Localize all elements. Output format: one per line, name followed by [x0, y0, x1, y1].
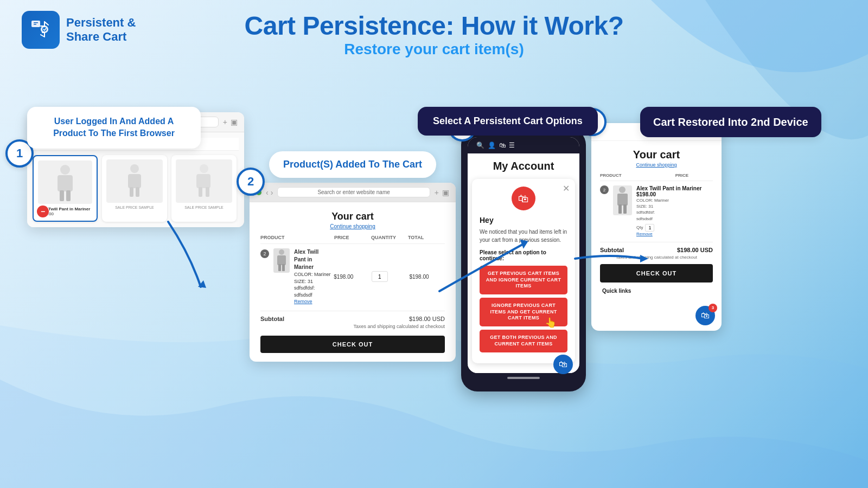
phone-status-bar: 🔍 👤 🛍 ☰ [468, 137, 579, 153]
phone-title: My Account [468, 153, 579, 177]
cart2-remove-link[interactable]: Remove [636, 232, 713, 236]
cart2-header: PRODUCT PRICE [600, 173, 713, 181]
cart-url-bar[interactable]: Search or enter website name [277, 187, 430, 197]
modal-btn-3[interactable]: GET BOTH PREVIOUS AND CURRENT CART ITEMS [480, 330, 567, 352]
product-card-3: SALE PRICE SAMPLE [171, 155, 237, 222]
cursor-icon: 👆 [545, 317, 557, 329]
cart2-product-info: Alex Twill Pant in Mariner $198.00 COLOR… [636, 185, 713, 236]
modal-btn-2[interactable]: IGNORE PREVIOUS CART ITEMS AND GET CURRE… [480, 298, 567, 326]
product-image-3 [176, 159, 232, 203]
cart-product-img-1 [273, 248, 290, 273]
product-card-2: SALE PRICE SAMPLE [102, 155, 167, 222]
cart2-qty-badge: 2 [600, 185, 609, 194]
cart-product-details-1: Alex Twill Pant in Mariner COLOR: Marine… [294, 248, 331, 305]
page-title: Cart Persistence: How it Work? [245, 11, 624, 41]
phone-nav-icons: 🔍 👤 🛍 ☰ [476, 142, 515, 149]
svg-point-13 [200, 164, 208, 173]
svg-point-4 [42, 27, 47, 31]
svg-rect-11 [130, 187, 133, 197]
svg-rect-1 [34, 22, 38, 23]
modal-close-button[interactable]: ✕ [563, 183, 570, 194]
step4-container: 4 🔍 👤 🛍 1 ☰ [591, 123, 722, 331]
cart-product-info-1: 2 Alex Tw [260, 248, 331, 305]
menu-icon[interactable]: ☰ [509, 142, 515, 149]
svg-point-9 [130, 164, 139, 173]
cart-body-1: Your cart Continue shopping PRODUCT PRIC… [250, 202, 456, 362]
svg-rect-14 [196, 174, 210, 188]
logo-area: Persistent & Share Cart [22, 11, 136, 49]
cart-mockup-2: 🔍 👤 🛍 1 ☰ Your cart Continue shopping [591, 123, 722, 331]
header: Persistent & Share Cart Cart Persistence… [0, 0, 868, 69]
user-icon[interactable]: 👤 [488, 142, 496, 149]
page-title-area: Cart Persistence: How it Work? Restore y… [245, 11, 624, 58]
cart-continue-1[interactable]: Continue shopping [260, 223, 445, 229]
cart-subtotal-1: Subtotal $198.00 USD [260, 311, 445, 322]
step2-label: Product(S) Added To The Cart [269, 151, 436, 178]
cart2-qty-field[interactable]: 1 [645, 224, 654, 232]
cart2-product-img [613, 185, 632, 215]
cart-icon[interactable]: 🛍 [499, 142, 506, 149]
cart2-qty-row: Qty 1 [636, 224, 713, 232]
svg-rect-27 [623, 204, 627, 214]
step1-callout: User Logged In And Added A Product To Th… [27, 107, 201, 149]
products-grid: Alex Twill Pant in Mariner $198.00 [33, 155, 239, 222]
svg-point-18 [279, 249, 284, 255]
cart-actions: + ▣ [435, 188, 449, 197]
svg-rect-20 [278, 264, 281, 271]
svg-rect-2 [34, 24, 36, 25]
svg-marker-22 [520, 237, 530, 248]
search-icon[interactable]: 🔍 [476, 142, 484, 149]
cart2-quick-links: Quick links [600, 288, 713, 294]
svg-rect-21 [282, 264, 285, 271]
browser-actions: + ▣ [223, 118, 238, 126]
svg-rect-16 [206, 187, 209, 197]
svg-rect-19 [277, 255, 286, 265]
checkout-button-1[interactable]: CHECK OUT [260, 336, 445, 353]
cart-remove-link-1[interactable]: Remove [294, 298, 331, 305]
svg-rect-8 [66, 190, 71, 201]
phone-bottom [468, 373, 579, 383]
cart-nav: ‹ › [266, 188, 273, 197]
svg-rect-25 [617, 194, 628, 206]
svg-rect-6 [58, 175, 73, 191]
step4-callout: Cart Restored Into 2nd Device [640, 107, 821, 137]
product-image-1 [38, 160, 92, 204]
cart2-float-btn[interactable]: 🛍 3 [695, 306, 715, 325]
cart2-item: 2 Alex Twill Pant in Mariner [600, 185, 713, 236]
svg-rect-12 [136, 187, 139, 197]
remove-button-1[interactable]: − [37, 206, 49, 217]
cart-title-1: Your cart [260, 211, 445, 222]
svg-rect-10 [128, 174, 141, 188]
modal-cart-icon: 🛍 [512, 187, 535, 210]
svg-point-24 [619, 187, 626, 193]
step-circle-2: 2 [237, 168, 265, 196]
svg-rect-26 [618, 204, 622, 214]
step3-callout: Select A Persistent Cart Options [418, 107, 598, 136]
logo-text: Persistent & Share Cart [66, 16, 136, 44]
logo-icon [22, 11, 60, 49]
cart2-continue[interactable]: Continue shopping [600, 162, 713, 168]
cart-item-row-1: 2 Alex Tw [260, 248, 445, 305]
cart-price-1: $198.00 [334, 274, 369, 280]
product-image-2 [106, 159, 163, 203]
modal-hey: Hey [480, 216, 567, 224]
svg-rect-7 [60, 190, 64, 201]
phone-float-cart[interactable]: 🛍 [553, 355, 573, 374]
page-subtitle: Restore your cart item(s) [245, 41, 624, 58]
svg-point-5 [60, 165, 70, 175]
phone-home-bar [507, 377, 540, 379]
cart2-title: Your cart [600, 149, 713, 161]
svg-marker-23 [640, 255, 648, 262]
cart-table-header: PRODUCT PRICE QUANTITY TOTAL [260, 235, 445, 244]
cart2-float-badge: 3 [709, 304, 717, 312]
cart-toolbar: ‹ › Search or enter website name + ▣ [250, 183, 456, 202]
cart-mockup-1: ‹ › Search or enter website name + ▣ You… [250, 183, 456, 362]
step2-container: Product(S) Added To The Cart 2 ‹ › [250, 183, 456, 362]
svg-rect-15 [199, 187, 202, 197]
cart-qty-1[interactable]: 1 [372, 271, 388, 282]
cart-tax-1: Taxes and shipping calculated at checkou… [260, 324, 445, 329]
